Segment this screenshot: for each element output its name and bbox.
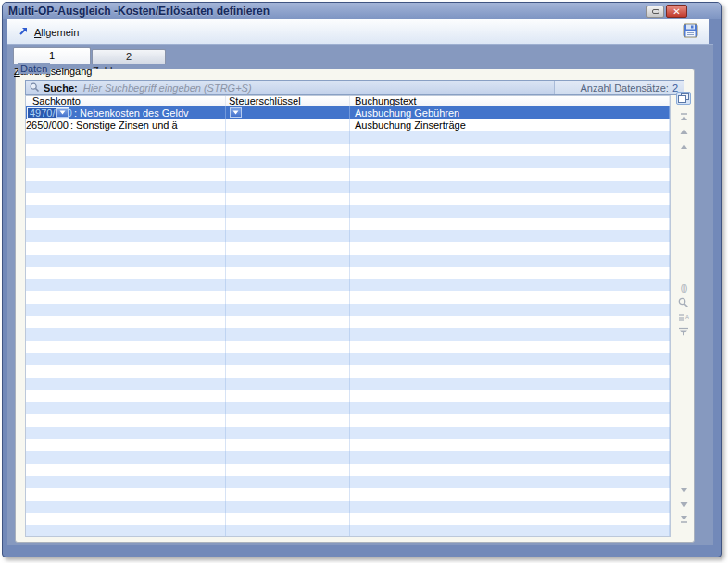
menu-allgemein[interactable]: Allgemein	[14, 23, 83, 41]
table-row[interactable]	[26, 304, 670, 316]
go-next-page-icon[interactable]	[676, 498, 691, 511]
dialog-window: Multi-OP-Ausgleich -Kosten/Erlösarten de…	[2, 2, 722, 557]
go-next-icon[interactable]	[676, 483, 691, 496]
filter-icon[interactable]	[676, 325, 691, 338]
close-button[interactable]: ✕	[666, 5, 687, 18]
expand-arrow-icon	[19, 26, 29, 38]
grid-header: Sachkonto Steuerschlüssel Buchungstext	[26, 96, 670, 106]
column-header-steuerschluessel[interactable]: Steuerschlüssel	[226, 96, 350, 106]
toolbar: Allgemein	[7, 19, 709, 44]
booking-text: Ausbuchung Zinserträge	[355, 119, 466, 131]
search-bar[interactable]: Suche: Hier Suchbegriff eingeben (STRG+S…	[25, 80, 684, 95]
table-row[interactable]: 2650/000: Sonstige Zinsen und äAusbuchun…	[26, 119, 670, 131]
table-row[interactable]	[26, 402, 670, 414]
table-row-selected[interactable]: 4970/000: Nebenkosten des GeldvAusbuchun…	[26, 106, 670, 119]
table-row[interactable]	[26, 390, 670, 402]
search-placeholder: Hier Suchbegriff eingeben (STRG+S)	[83, 82, 252, 94]
table-row[interactable]	[26, 414, 670, 426]
table-row[interactable]	[26, 242, 670, 254]
table-row[interactable]	[26, 230, 670, 242]
record-count: Anzahl Datensätze: 2	[554, 81, 684, 94]
search-icon	[30, 82, 40, 93]
account-dropdown-button[interactable]	[56, 108, 69, 118]
table-row[interactable]	[26, 451, 670, 463]
table-row[interactable]	[26, 439, 670, 451]
daten-groupbox: Suche: Hier Suchbegriff eingeben (STRG+S…	[15, 69, 695, 543]
table-row[interactable]	[26, 464, 670, 476]
booking-text: Ausbuchung Gebühren	[355, 107, 459, 119]
table-row[interactable]	[26, 501, 670, 513]
go-last-icon[interactable]	[676, 512, 691, 525]
minimize-icon	[652, 9, 659, 14]
table-row[interactable]	[26, 427, 670, 439]
table-row[interactable]	[26, 205, 670, 217]
save-button[interactable]	[681, 23, 699, 41]
table-row[interactable]	[26, 488, 670, 500]
column-header-sachkonto[interactable]: Sachkonto	[26, 96, 226, 106]
table-row[interactable]	[26, 353, 670, 365]
table-row[interactable]	[26, 525, 670, 537]
sort-icon[interactable]: A	[676, 311, 691, 324]
save-icon	[683, 23, 698, 42]
search-label: Suche:	[44, 82, 78, 94]
table-row[interactable]	[26, 365, 670, 377]
column-header-buchungstext[interactable]: Buchungstext	[350, 96, 670, 106]
window-title: Multi-OP-Ausgleich -Kosten/Erlösarten de…	[8, 3, 270, 19]
table-row[interactable]	[26, 378, 670, 390]
table-row[interactable]	[26, 476, 670, 488]
dialog-content: 1 Zahlungseingang 2 Zahlungsausgang Date…	[7, 44, 713, 545]
go-previous-icon[interactable]	[676, 140, 691, 153]
menu-allgemein-label: Allgemein	[34, 27, 79, 38]
minimize-button[interactable]	[646, 6, 664, 18]
table-row[interactable]	[26, 181, 670, 193]
grid-body: 4970/000: Nebenkosten des GeldvAusbuchun…	[26, 106, 670, 537]
table-row[interactable]	[26, 168, 670, 180]
table-row[interactable]	[26, 144, 670, 156]
table-row[interactable]	[26, 193, 670, 205]
data-grid: Sachkonto Steuerschlüssel Buchungstext 4…	[25, 95, 671, 537]
table-row[interactable]	[26, 279, 670, 291]
table-row[interactable]	[26, 328, 670, 340]
account-editor[interactable]: 4970/000	[27, 107, 69, 119]
table-row[interactable]	[26, 218, 670, 230]
groupbox-label: Daten	[18, 63, 50, 74]
account-description: : Sonstige Zinsen und ä	[70, 119, 178, 131]
table-row[interactable]	[26, 267, 670, 279]
tab-zahlungsausgang[interactable]: 2 Zahlungsausgang	[92, 49, 166, 64]
table-row[interactable]	[26, 131, 670, 144]
copy-record-icon[interactable]	[676, 92, 691, 105]
grid-icon-strip: (||) A	[674, 92, 693, 538]
table-row[interactable]	[26, 291, 670, 303]
table-row[interactable]	[26, 341, 670, 353]
close-icon: ✕	[672, 6, 680, 17]
zoom-icon[interactable]	[676, 296, 691, 309]
account-value: 2650/000	[26, 119, 66, 131]
go-previous-page-icon[interactable]	[676, 125, 691, 138]
table-row[interactable]	[26, 316, 670, 328]
account-value[interactable]: 4970/000	[28, 108, 56, 118]
tax-dropdown-button[interactable]	[230, 107, 242, 118]
table-row[interactable]	[26, 255, 670, 267]
fit-column-width-icon[interactable]: (||)	[676, 282, 691, 294]
table-row[interactable]	[26, 156, 670, 168]
tab-zahlungseingang[interactable]: 1 Zahlungseingang	[13, 47, 91, 64]
go-first-icon[interactable]	[676, 110, 691, 123]
table-row[interactable]	[26, 513, 670, 525]
account-description: : Nebenkosten des Geldv	[74, 107, 189, 119]
title-bar[interactable]: Multi-OP-Ausgleich -Kosten/Erlösarten de…	[3, 3, 721, 19]
svg-text:A: A	[685, 314, 689, 319]
